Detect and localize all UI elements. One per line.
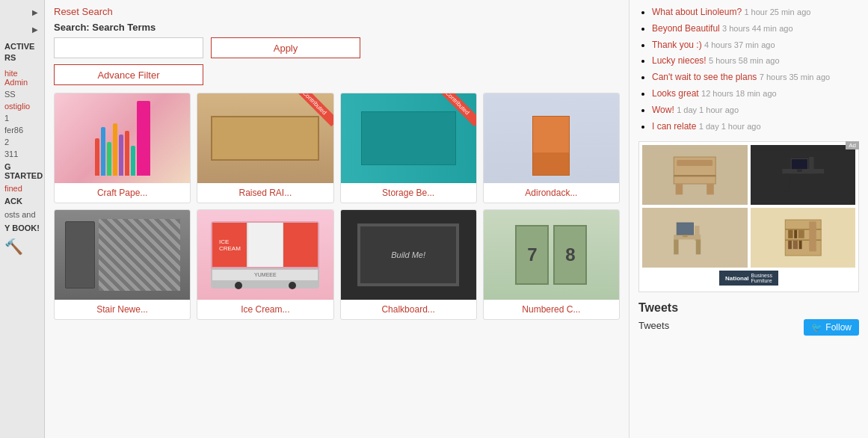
card-ice-cream[interactable]: ICECREAM YUMEEE Ice Cream... <box>197 209 333 320</box>
card-storage-be[interactable]: Contributed Storage Be... <box>340 93 477 203</box>
svg-rect-26 <box>809 222 816 252</box>
search-input[interactable] <box>54 37 203 58</box>
comment-ago-6-val: ago <box>763 89 776 98</box>
ad-grid <box>642 145 855 268</box>
hammer-icon: 🔨 <box>0 235 44 259</box>
items-grid: Craft Pape... Contributed Raised RAI... … <box>54 93 620 320</box>
comment-item-5: Can't wait to see the plans 7 hours 35 m… <box>652 71 859 84</box>
main-content: Reset Search Search: Search Terms Apply … <box>45 0 629 438</box>
comment-link-1[interactable]: What about Linoleum? <box>652 7 742 17</box>
ad-badge: Ad <box>846 141 859 149</box>
svg-rect-1 <box>677 160 712 166</box>
card-title-raised: Raised RAI... <box>197 183 333 203</box>
follow-button[interactable]: 🐦 Follow <box>804 319 859 336</box>
card-numbered-c[interactable]: 7 8 Numbered C... <box>483 209 620 320</box>
sidebar-num-2: 311 <box>0 148 44 160</box>
comment-link-4[interactable]: Lucky nieces! <box>652 55 707 66</box>
ad-item-desk1[interactable] <box>642 145 748 205</box>
comment-ago-7-val: ago <box>725 105 739 114</box>
svg-rect-10 <box>797 170 801 172</box>
card-title-craft: Craft Pape... <box>55 183 190 203</box>
card-title-stair: Stair Newe... <box>55 300 190 319</box>
ad-container: Ad <box>638 141 859 292</box>
search-row: Apply <box>54 37 620 58</box>
card-image-chalkboard: Build Me! <box>341 210 476 300</box>
svg-rect-22 <box>798 230 804 238</box>
sidebar-arrow-2[interactable]: ▶ <box>0 21 44 38</box>
comment-ago-3-val: ago <box>761 40 775 49</box>
svg-rect-7 <box>784 174 789 192</box>
comment-item-8: I can relate 1 day 1 hour ago <box>652 120 859 133</box>
sidebar-user-1[interactable]: hite Admin <box>0 67 44 88</box>
svg-rect-25 <box>798 241 801 249</box>
card-image-raised: Contributed <box>197 93 333 183</box>
sidebar-num-1: 2 <box>0 136 44 148</box>
sidebar-arrow-1[interactable]: ▶ <box>0 4 44 21</box>
ad-item-desk3[interactable] <box>642 208 748 268</box>
comment-item-3: Thank you :) 4 hours 37 min ago <box>652 39 859 52</box>
card-image-stair <box>55 210 190 300</box>
comment-ago-1-val: ago <box>797 7 810 16</box>
comment-ago-2-val: ago <box>779 24 792 33</box>
svg-rect-13 <box>674 240 678 255</box>
tweets-sub-label: Tweets <box>638 320 669 331</box>
card-title-icecream: Ice Cream... <box>197 300 333 319</box>
apply-button[interactable]: Apply <box>211 37 360 58</box>
card-craft-paper[interactable]: Craft Pape... <box>54 93 191 203</box>
comment-link-7[interactable]: Wow! <box>652 105 674 115</box>
advance-filter-button[interactable]: Advance Filter <box>54 64 203 85</box>
svg-rect-20 <box>788 230 792 238</box>
comment-link-3[interactable]: Thank you :) <box>652 40 702 50</box>
svg-rect-8 <box>816 174 822 192</box>
ad-block: Ad <box>638 141 859 292</box>
card-image-adirondack <box>484 93 619 183</box>
twitter-icon: 🐦 <box>811 322 822 333</box>
right-sidebar: What about Linoleum? 1 hour 25 min ago B… <box>629 0 868 438</box>
comment-item-4: Lucky nieces! 5 hours 58 min ago <box>652 55 859 67</box>
svg-rect-4 <box>674 175 715 176</box>
comment-link-8[interactable]: I can relate <box>652 121 696 132</box>
svg-rect-21 <box>794 230 797 238</box>
comment-time-6-val: 12 hours 18 min <box>701 89 760 98</box>
card-chalkboard[interactable]: Build Me! Chalkboard... <box>340 209 477 320</box>
comment-list: What about Linoleum? 1 hour 25 min ago B… <box>638 6 859 132</box>
left-sidebar: ▶ ▶ ACTIVE RS hite Admin SS ostiglio 1 f… <box>0 0 45 438</box>
y-book-label: Y BOOK! <box>0 221 44 235</box>
comment-ago-4-val: ago <box>766 56 779 65</box>
ad-logo: National Business Furniture <box>719 271 778 286</box>
comment-ago-8-val: ago <box>747 122 760 131</box>
desk1-svg <box>653 154 736 196</box>
sidebar-user-2: SS <box>0 88 44 100</box>
card-title-numbered: Numbered C... <box>484 300 619 319</box>
comment-item-2: Beyond Beautiful 3 hours 44 min ago <box>652 22 859 35</box>
active-section-label: ACTIVE RS <box>0 38 44 67</box>
follow-label: Follow <box>825 322 852 333</box>
svg-rect-16 <box>683 235 687 237</box>
comment-link-2[interactable]: Beyond Beautiful <box>652 23 720 34</box>
card-adirondack[interactable]: Adirondack... <box>483 93 620 203</box>
tweets-header: Tweets <box>638 301 859 315</box>
posts-and-label: osts and <box>0 208 44 221</box>
svg-rect-14 <box>696 240 701 255</box>
svg-rect-2 <box>676 184 683 194</box>
comment-time-3-val: 4 hours 37 min <box>704 40 759 49</box>
getting-started-label: G STARTED <box>0 160 44 182</box>
fined-link[interactable]: fined <box>0 182 44 194</box>
svg-rect-12 <box>695 226 699 241</box>
ad-item-bookcase[interactable] <box>751 208 856 268</box>
comment-time-2-val: 3 hours 44 min <box>722 24 777 33</box>
svg-rect-15 <box>677 223 693 235</box>
card-stair-newe[interactable]: Stair Newe... <box>54 209 191 320</box>
card-raised-rai[interactable]: Contributed Raised RAI... <box>197 93 333 203</box>
tweets-row: Tweets 🐦 Follow <box>638 319 859 336</box>
comment-ago-5-val: ago <box>816 73 830 81</box>
reset-search-link[interactable]: Reset Search <box>54 6 620 17</box>
card-image-craft <box>55 93 190 183</box>
ack-label: ACK <box>0 194 44 208</box>
comment-link-6[interactable]: Looks great <box>652 88 699 99</box>
svg-rect-9 <box>791 159 807 170</box>
comment-link-5[interactable]: Can't wait to see the plans <box>652 72 757 82</box>
sidebar-user-3[interactable]: ostiglio <box>0 100 44 112</box>
card-image-storage: Contributed <box>341 93 476 183</box>
ad-item-desk2[interactable] <box>751 145 856 205</box>
